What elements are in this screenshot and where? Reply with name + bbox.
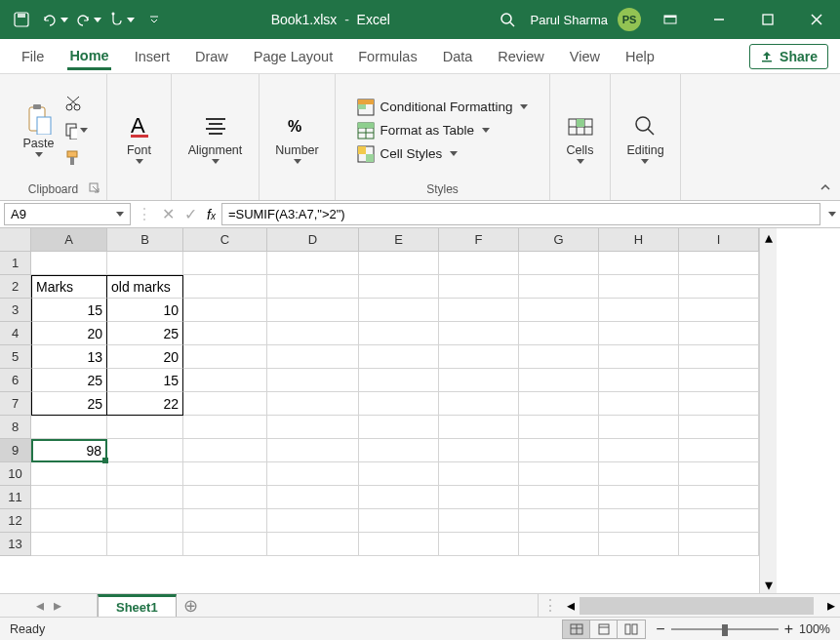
cell-B7[interactable]: 22 [107,392,183,416]
col-header-I[interactable]: I [679,228,759,252]
cell-B4[interactable]: 25 [107,322,183,345]
cell-A2[interactable]: Marks [31,275,107,299]
zoom-level[interactable]: 100% [799,622,830,636]
cell-A3[interactable]: 15 [31,299,107,322]
page-layout-view-button[interactable] [590,620,618,638]
touch-mode-icon[interactable] [107,6,135,33]
cell-B6[interactable]: 15 [107,369,183,392]
cell-B3[interactable]: 10 [107,299,183,322]
share-button[interactable]: Share [749,44,828,69]
collapse-ribbon-button[interactable] [811,74,840,200]
cells-group-button[interactable]: Cells [561,108,600,166]
format-painter-button[interactable] [64,148,88,168]
close-button[interactable] [797,0,836,39]
zoom-in-button[interactable]: + [784,620,793,638]
cell-A4[interactable]: 20 [31,322,107,345]
sheet-nav[interactable]: ◂ ▸ [0,594,98,617]
row-header-13[interactable]: 13 [0,533,31,556]
tab-data[interactable]: Data [441,43,475,70]
minimize-button[interactable] [700,0,739,39]
col-header-C[interactable]: C [183,228,267,252]
autosave-icon[interactable] [8,6,35,33]
clipboard-dialog-launcher[interactable] [89,182,102,196]
worksheet-grid[interactable]: A B C D E F G H I 1 2 Marks old marks 3 … [0,228,759,593]
zoom-out-button[interactable]: − [656,620,664,638]
col-header-A[interactable]: A [31,228,107,252]
row-header-9[interactable]: 9 [0,439,31,462]
fx-icon[interactable]: fx [207,207,216,222]
tab-formulas[interactable]: Formulas [356,43,419,70]
tab-help[interactable]: Help [623,43,657,70]
scroll-down-button[interactable]: ▾ [760,576,777,593]
scroll-right-button[interactable]: ▸ [822,594,840,617]
col-header-D[interactable]: D [267,228,359,252]
cell-A7[interactable]: 25 [31,392,107,416]
formula-input[interactable]: =SUMIF(A3:A7,">2") [221,203,820,225]
tab-page-layout[interactable]: Page Layout [252,43,335,70]
redo-button[interactable] [74,6,101,33]
search-icon[interactable] [494,6,521,33]
row-header-6[interactable]: 6 [0,369,31,392]
sheet-next-icon[interactable]: ▸ [54,596,61,615]
col-header-F[interactable]: F [439,228,519,252]
vertical-scrollbar[interactable]: ▴ ▾ [759,228,777,593]
row-header-5[interactable]: 5 [0,345,31,369]
name-box[interactable]: A9 [4,203,131,225]
tab-view[interactable]: View [568,43,602,70]
tab-insert[interactable]: Insert [133,43,172,70]
cell-B2[interactable]: old marks [107,275,183,299]
editing-group-button[interactable]: Editing [622,108,667,166]
ribbon-display-button[interactable] [651,0,690,39]
horizontal-scrollbar[interactable]: ⋮ ◂ ▸ [538,594,840,617]
col-header-E[interactable]: E [359,228,439,252]
row-header-7[interactable]: 7 [0,392,31,416]
hscroll-thumb[interactable] [580,597,814,615]
sheet-tab-1[interactable]: Sheet1 [98,594,177,617]
font-group-button[interactable]: A Font [120,108,159,166]
tab-review[interactable]: Review [496,43,546,70]
row-header-2[interactable]: 2 [0,275,31,299]
cancel-formula-button[interactable]: ✕ [162,205,175,223]
select-all-corner[interactable] [0,228,31,252]
row-header-11[interactable]: 11 [0,486,31,509]
user-name[interactable]: Parul Sharma [531,13,608,27]
paste-button[interactable]: Paste [20,101,59,159]
scroll-left-button[interactable]: ◂ [562,594,580,617]
page-break-view-button[interactable] [618,620,645,638]
col-header-G[interactable]: G [519,228,599,252]
row-header-1[interactable]: 1 [0,252,31,275]
row-header-10[interactable]: 10 [0,462,31,486]
row-header-3[interactable]: 3 [0,299,31,322]
conditional-formatting-button[interactable]: Conditional Formatting [357,99,529,116]
format-as-table-button[interactable]: Format as Table [357,122,529,140]
alignment-group-button[interactable]: Alignment [184,108,247,166]
col-header-H[interactable]: H [599,228,679,252]
row-header-4[interactable]: 4 [0,322,31,345]
cut-button[interactable] [64,94,88,113]
undo-button[interactable] [41,6,68,33]
normal-view-button[interactable] [563,620,590,638]
number-group-button[interactable]: % Number [271,108,322,166]
sheet-prev-icon[interactable]: ◂ [36,596,44,615]
qat-customize[interactable] [140,6,168,33]
cell-A5[interactable]: 13 [31,345,107,369]
copy-button[interactable] [64,121,88,140]
expand-formula-bar[interactable] [824,201,840,227]
enter-formula-button[interactable]: ✓ [184,205,197,223]
add-sheet-button[interactable]: ⊕ [177,594,206,617]
row-header-8[interactable]: 8 [0,416,31,439]
col-header-B[interactable]: B [107,228,183,252]
cell-B5[interactable]: 20 [107,345,183,369]
scroll-up-button[interactable]: ▴ [760,228,777,246]
tab-draw[interactable]: Draw [193,43,230,70]
zoom-slider[interactable] [671,628,779,630]
row-header-12[interactable]: 12 [0,509,31,533]
tab-home[interactable]: Home [67,42,110,70]
cell-A9[interactable]: 98 [31,439,107,462]
cell-A1[interactable] [31,252,107,275]
cell-styles-button[interactable]: Cell Styles [357,145,529,163]
user-avatar[interactable]: PS [618,8,641,31]
cell-A6[interactable]: 25 [31,369,107,392]
tab-file[interactable]: File [20,43,46,70]
maximize-button[interactable] [748,0,787,39]
